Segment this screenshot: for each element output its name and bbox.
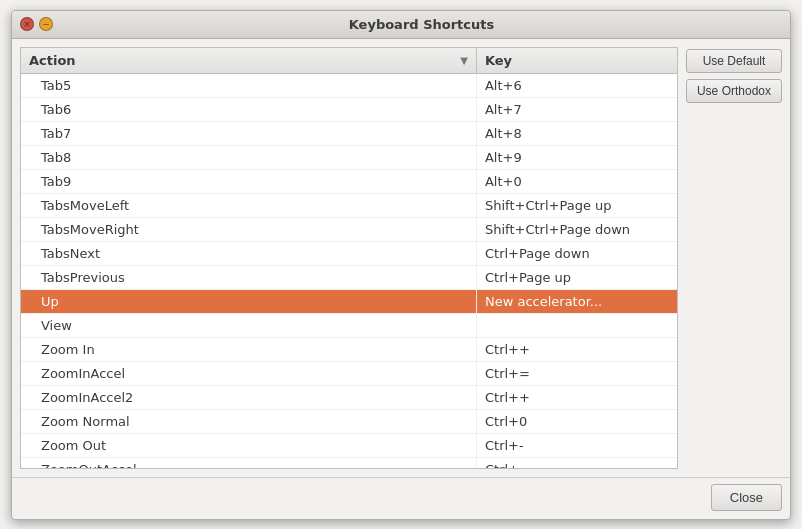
key-cell: Alt+6: [477, 74, 677, 97]
table-body: Tab5Alt+6Tab6Alt+7Tab7Alt+8Tab8Alt+9Tab9…: [21, 74, 677, 468]
key-cell: Ctrl+=: [477, 362, 677, 385]
key-cell: Alt+9: [477, 146, 677, 169]
close-icon: ×: [23, 19, 31, 29]
table-row[interactable]: Zoom InCtrl++: [21, 338, 677, 362]
action-cell: Zoom Out: [21, 434, 477, 457]
key-cell: Ctrl+Page down: [477, 242, 677, 265]
table-row[interactable]: TabsMoveLeftShift+Ctrl+Page up: [21, 194, 677, 218]
action-cell: Tab5: [21, 74, 477, 97]
main-content: Action ▼ Key Tab5Alt+6Tab6Alt+7Tab7Alt+8…: [12, 39, 790, 477]
key-cell: Ctrl+0: [477, 410, 677, 433]
table-row[interactable]: UpNew accelerator...: [21, 290, 677, 314]
table-row[interactable]: ZoomInAccelCtrl+=: [21, 362, 677, 386]
action-cell: Zoom Normal: [21, 410, 477, 433]
key-cell: Ctrl+-: [477, 458, 677, 468]
table-row[interactable]: Tab8Alt+9: [21, 146, 677, 170]
close-window-button[interactable]: ×: [20, 17, 34, 31]
action-cell: Zoom In: [21, 338, 477, 361]
table-row[interactable]: Tab9Alt+0: [21, 170, 677, 194]
key-cell: Alt+8: [477, 122, 677, 145]
minimize-button[interactable]: −: [39, 17, 53, 31]
key-cell: Shift+Ctrl+Page down: [477, 218, 677, 241]
bottom-bar: Close: [12, 477, 790, 519]
table-row[interactable]: View: [21, 314, 677, 338]
key-cell: [477, 314, 677, 337]
table-row[interactable]: TabsMoveRightShift+Ctrl+Page down: [21, 218, 677, 242]
action-header-label: Action: [29, 53, 76, 68]
key-cell: Ctrl+-: [477, 434, 677, 457]
action-cell: ZoomOutAccel: [21, 458, 477, 468]
key-cell: Shift+Ctrl+Page up: [477, 194, 677, 217]
action-cell: TabsPrevious: [21, 266, 477, 289]
table-row[interactable]: Zoom NormalCtrl+0: [21, 410, 677, 434]
sidebar-buttons: Use Default Use Orthodox: [686, 47, 782, 469]
table-row[interactable]: TabsPreviousCtrl+Page up: [21, 266, 677, 290]
shortcuts-table: Action ▼ Key Tab5Alt+6Tab6Alt+7Tab7Alt+8…: [20, 47, 678, 469]
use-orthodox-button[interactable]: Use Orthodox: [686, 79, 782, 103]
window-title: Keyboard Shortcuts: [61, 17, 782, 32]
table-row[interactable]: ZoomInAccel2Ctrl++: [21, 386, 677, 410]
action-cell: TabsMoveRight: [21, 218, 477, 241]
table-row[interactable]: TabsNextCtrl+Page down: [21, 242, 677, 266]
table-header: Action ▼ Key: [21, 48, 677, 74]
action-cell: Up: [21, 290, 477, 313]
key-cell: Ctrl++: [477, 338, 677, 361]
sort-arrow-icon: ▼: [460, 55, 468, 66]
table-row[interactable]: ZoomOutAccelCtrl+-: [21, 458, 677, 468]
action-cell: TabsNext: [21, 242, 477, 265]
key-header-label: Key: [485, 53, 512, 68]
titlebar-buttons: × −: [20, 17, 53, 31]
key-column-header: Key: [477, 48, 677, 73]
action-cell: Tab8: [21, 146, 477, 169]
action-cell: Tab6: [21, 98, 477, 121]
action-cell: ZoomInAccel: [21, 362, 477, 385]
minimize-icon: −: [42, 19, 50, 29]
action-cell: Tab9: [21, 170, 477, 193]
use-default-button[interactable]: Use Default: [686, 49, 782, 73]
key-cell: Ctrl+Page up: [477, 266, 677, 289]
action-cell: TabsMoveLeft: [21, 194, 477, 217]
key-cell: Ctrl++: [477, 386, 677, 409]
titlebar: × − Keyboard Shortcuts: [12, 11, 790, 39]
table-row[interactable]: Tab7Alt+8: [21, 122, 677, 146]
close-button[interactable]: Close: [711, 484, 782, 511]
keyboard-shortcuts-window: × − Keyboard Shortcuts Action ▼ Key Tab5…: [11, 10, 791, 520]
table-row[interactable]: Zoom OutCtrl+-: [21, 434, 677, 458]
action-cell: Tab7: [21, 122, 477, 145]
key-cell: Alt+0: [477, 170, 677, 193]
table-row[interactable]: Tab6Alt+7: [21, 98, 677, 122]
action-column-header[interactable]: Action ▼: [21, 48, 477, 73]
key-cell: Alt+7: [477, 98, 677, 121]
table-row[interactable]: Tab5Alt+6: [21, 74, 677, 98]
key-cell: New accelerator...: [477, 290, 677, 313]
action-cell: ZoomInAccel2: [21, 386, 477, 409]
action-cell: View: [21, 314, 477, 337]
